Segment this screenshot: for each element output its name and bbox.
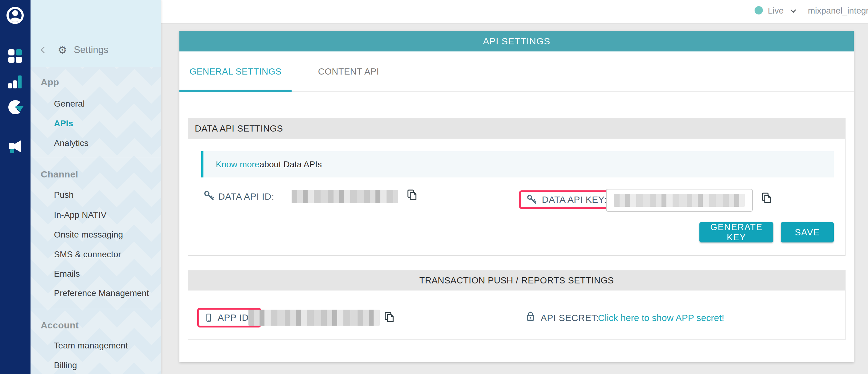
key-icon [526, 194, 537, 205]
campaigns-megaphone-icon[interactable] [8, 140, 23, 154]
segments-pie-icon[interactable] [8, 100, 23, 114]
dashboard-grid-icon[interactable] [8, 49, 23, 64]
copy-icon[interactable] [383, 311, 395, 323]
mobile-phone-icon [204, 312, 213, 323]
gear-icon: ⚙ [58, 44, 67, 56]
sidebar-item-onsite-messaging[interactable]: Onsite messaging [54, 229, 123, 241]
data-api-key-label: DATA API KEY: [542, 194, 607, 205]
page-title-banner: API SETTINGS [179, 31, 854, 52]
data-api-key-input[interactable] [606, 189, 753, 212]
tab-content-api[interactable]: CONTENT API [291, 52, 406, 92]
sidebar-header: ⚙ Settings [31, 0, 161, 67]
brand-logo[interactable] [6, 7, 24, 24]
active-tab-underline [179, 90, 291, 92]
key-icon [204, 190, 215, 202]
data-api-id-label: DATA API ID: [218, 191, 274, 202]
lock-icon [525, 310, 536, 322]
sidebar-item-apis[interactable]: APIs [54, 117, 73, 130]
api-settings-card: API SETTINGS GENERAL SETTINGS CONTENT AP… [179, 31, 854, 362]
generate-key-button[interactable]: GENERATE KEY [700, 222, 773, 242]
brand-logo-person-icon [9, 9, 22, 22]
masked-data-api-id-value [291, 190, 398, 203]
back-chevron-icon[interactable] [41, 46, 48, 54]
live-status-dot [754, 6, 763, 14]
info-strip: Know more about Data APIs [201, 151, 834, 177]
project-selector[interactable]: mixpanel_integration [808, 6, 868, 16]
know-more-link[interactable]: Know more [216, 160, 259, 169]
data-api-key-highlight: DATA API KEY: [519, 191, 614, 209]
transaction-push-section: TRANSACTION PUSH / REPORTS SETTINGS APP … [188, 270, 845, 340]
section-title: DATA API SETTINGS [188, 118, 845, 139]
data-api-settings-section: DATA API SETTINGS Know more about Data A… [188, 118, 845, 256]
analytics-bars-icon[interactable] [8, 75, 23, 89]
sidebar-title: Settings [74, 44, 108, 56]
app-rail [0, 0, 31, 374]
info-text: about Data APIs [259, 160, 322, 169]
tab-general-settings[interactable]: GENERAL SETTINGS [179, 52, 291, 92]
section-label-channel: Channel [41, 168, 78, 180]
sidebar-item-preference-management[interactable]: Preference Management [54, 287, 149, 300]
section-label-account: Account [41, 319, 79, 332]
environment-selector[interactable]: Live [768, 6, 783, 16]
sidebar-item-general[interactable]: General [54, 98, 85, 110]
sidebar-item-emails[interactable]: Emails [54, 268, 80, 280]
copy-icon[interactable] [406, 189, 418, 201]
tab-bar: GENERAL SETTINGS CONTENT API [179, 52, 854, 92]
sidebar-item-analytics[interactable]: Analytics [54, 137, 89, 149]
save-button[interactable]: SAVE [781, 222, 834, 242]
sidebar-item-team-management[interactable]: Team management [54, 340, 128, 352]
sidebar-item-billing[interactable]: Billing [54, 359, 77, 372]
section-title: TRANSACTION PUSH / REPORTS SETTINGS [188, 270, 845, 291]
top-bar: Live mixpanel_integration ? Need help 2 … [161, 0, 868, 24]
chevron-down-icon[interactable] [790, 7, 796, 13]
divider [31, 309, 161, 309]
sidebar-item-push[interactable]: Push [54, 189, 74, 201]
divider [31, 158, 161, 158]
sidebar-item-sms-connector[interactable]: SMS & connector [54, 248, 121, 261]
masked-app-id-value [248, 310, 380, 326]
sidebar-item-inapp-nativ[interactable]: In-App NATIV [54, 209, 107, 221]
show-app-secret-link[interactable]: Click here to show APP secret! [598, 313, 724, 323]
copy-icon[interactable] [760, 192, 772, 204]
api-secret-label: API SECRET: [541, 313, 599, 323]
masked-data-api-key-value [614, 194, 745, 207]
section-label-app: App [41, 76, 59, 89]
settings-sidebar: ⚙ Settings App General APIs Analytics Ch… [31, 0, 161, 374]
